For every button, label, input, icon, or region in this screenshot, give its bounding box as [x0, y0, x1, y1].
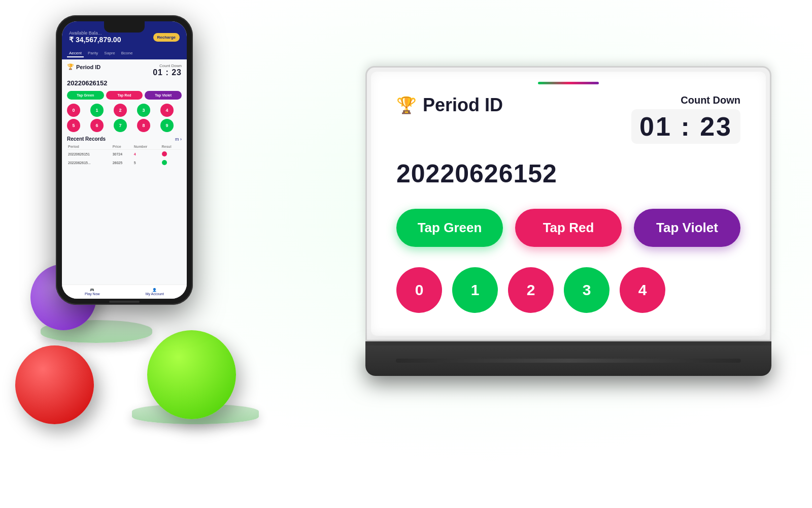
phone-number-6[interactable]: 6 [90, 119, 104, 132]
phone-records-title: Recent Records [67, 136, 106, 142]
table-row: 2022062615... 26025 5 [67, 158, 182, 167]
record-period-1: 20220626151 [67, 150, 112, 159]
laptop-header: 🏆 Period ID Count Down 01 : 23 [396, 94, 740, 144]
record-result-2 [161, 158, 182, 167]
laptop-number-1[interactable]: 1 [452, 267, 498, 313]
laptop-tap-violet-button[interactable]: Tap Violet [634, 209, 740, 247]
phone-mockup: Available Bala... ₹ 34,567,879.00 Rechar… [56, 15, 193, 305]
phone-tap-red-button[interactable]: Tap Red [106, 91, 143, 100]
phone-number-7[interactable]: 7 [114, 119, 127, 132]
phone-trophy-icon: 🏆 [67, 64, 74, 70]
record-result-1 [161, 150, 182, 159]
phone-content: 🏆 Period ID Count Down 01 : 23 202206261… [62, 59, 187, 171]
phone-number-9[interactable]: 9 [160, 119, 174, 132]
phone-tap-buttons: Tap Green Tap Red Tap Violet [67, 91, 182, 100]
phone-screen: Available Bala... ₹ 34,567,879.00 Rechar… [62, 21, 187, 299]
red-ball [15, 345, 94, 424]
table-header-number: Number [133, 144, 161, 150]
laptop-period-id: 20220626152 [396, 159, 740, 188]
phone-records-table: Period Price Number Resul 20220626151 30… [67, 144, 182, 167]
record-number-1: 4 [133, 150, 161, 159]
table-header-price: Price [112, 144, 133, 150]
laptop-number-3[interactable]: 3 [564, 267, 610, 313]
phone-countdown-time: 01 : 23 [153, 68, 182, 77]
green-ball [147, 330, 236, 419]
phone-bottom-nav: 🎮 Play Now 👤 My Account [62, 284, 187, 299]
phone-nav-tab-aecent[interactable]: Aecent [67, 50, 84, 57]
laptop-number-grid: 0 1 2 3 4 [396, 267, 740, 313]
laptop-hinge [365, 341, 771, 345]
record-price-2: 26025 [112, 158, 133, 167]
laptop-trophy-icon: 🏆 [396, 96, 417, 115]
laptop-mockup: 🏆 Period ID Count Down 01 : 23 202206261… [365, 66, 771, 376]
laptop-number-4[interactable]: 4 [620, 267, 665, 313]
laptop-screen: 🏆 Period ID Count Down 01 : 23 202206261… [371, 72, 766, 336]
game-icon: 🎮 [90, 288, 94, 292]
phone-countdown-label: Count Down [153, 64, 182, 68]
keyboard-strip [396, 359, 741, 363]
phone-home-indicator [109, 301, 140, 303]
laptop-tap-buttons: Tap Green Tap Red Tap Violet [396, 209, 740, 247]
phone-tap-green-button[interactable]: Tap Green [67, 91, 104, 100]
phone-number-4[interactable]: 4 [160, 104, 174, 117]
record-period-2: 2022062615... [67, 158, 112, 167]
phone-frame: Available Bala... ₹ 34,567,879.00 Rechar… [56, 15, 193, 305]
phone-notch [104, 21, 145, 33]
phone-tap-violet-button[interactable]: Tap Violet [145, 91, 182, 100]
phone-number-5[interactable]: 5 [67, 119, 80, 132]
laptop-number-2[interactable]: 2 [508, 267, 554, 313]
table-header-period: Period [67, 144, 112, 150]
phone-period-id: 20220626152 [67, 79, 182, 87]
laptop-screen-frame: 🏆 Period ID Count Down 01 : 23 202206261… [365, 66, 771, 341]
phone-balance-amount: ₹ 34,567,879.00 [69, 36, 121, 44]
laptop-period-title: 🏆 Period ID [396, 94, 503, 116]
phone-nav-my-account[interactable]: 👤 My Account [146, 288, 164, 296]
phone-countdown-section: Count Down 01 : 23 [153, 64, 182, 77]
record-price-1: 30724 [112, 150, 133, 159]
phone-nav-play-now[interactable]: 🎮 Play Now [85, 288, 100, 296]
phone-nav-tabs: Aecent Parity Sapre Bcone [62, 48, 187, 59]
table-header-result: Resul [161, 144, 182, 150]
record-number-2: 5 [133, 158, 161, 167]
laptop-countdown-section: Count Down 01 : 23 [631, 94, 740, 144]
account-icon: 👤 [152, 288, 157, 292]
phone-number-8[interactable]: 8 [137, 119, 150, 132]
phone-number-2[interactable]: 2 [114, 104, 127, 117]
phone-number-1[interactable]: 1 [90, 104, 104, 117]
phone-number-3[interactable]: 3 [137, 104, 150, 117]
phone-number-0[interactable]: 0 [67, 104, 80, 117]
table-row: 20220626151 30724 4 [67, 150, 182, 159]
phone-number-grid: 0 1 2 3 4 5 6 7 8 9 [67, 104, 182, 132]
phone-recharge-button[interactable]: Recharge [153, 33, 180, 42]
laptop-countdown-time: 01 : 23 [631, 109, 740, 144]
phone-nav-tab-sapre[interactable]: Sapre [102, 50, 117, 57]
laptop-tap-green-button[interactable]: Tap Green [396, 209, 503, 247]
phone-period-row: 🏆 Period ID Count Down 01 : 23 [67, 64, 182, 77]
laptop-countdown-label: Count Down [631, 94, 740, 106]
phone-nav-tab-parity[interactable]: Parity [86, 50, 100, 57]
phone-records-header: Recent Records m › [67, 136, 182, 142]
phone-period-title: 🏆 Period ID [67, 64, 100, 70]
laptop-tap-red-button[interactable]: Tap Red [515, 209, 622, 247]
phone-nav-tab-bcone[interactable]: Bcone [119, 50, 135, 57]
phone-records-more[interactable]: m › [175, 137, 182, 142]
laptop-keyboard [365, 345, 771, 376]
laptop-number-0[interactable]: 0 [396, 267, 442, 313]
